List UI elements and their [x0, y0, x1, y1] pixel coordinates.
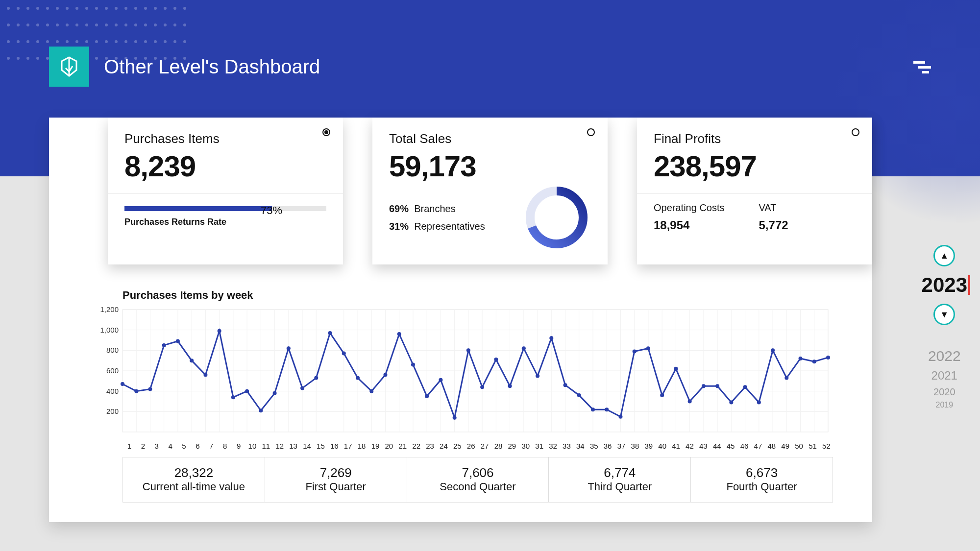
- year-down-button[interactable]: ▼: [933, 304, 955, 325]
- year-up-button[interactable]: ▲: [933, 245, 955, 266]
- x-tick: 1: [122, 442, 136, 450]
- app-logo[interactable]: [49, 47, 89, 87]
- svg-point-118: [784, 376, 788, 380]
- svg-rect-1: [918, 66, 931, 69]
- radio-icon[interactable]: [587, 128, 595, 136]
- x-tick: 40: [656, 442, 669, 450]
- x-axis-labels: 1234567891011121314151617181920212223242…: [122, 442, 833, 450]
- x-tick: 16: [327, 442, 341, 450]
- x-tick: 8: [218, 442, 232, 450]
- x-tick: 19: [368, 442, 382, 450]
- svg-point-87: [356, 376, 360, 380]
- svg-point-106: [618, 415, 622, 419]
- x-tick: 31: [533, 442, 546, 450]
- x-tick: 25: [450, 442, 464, 450]
- svg-point-104: [591, 407, 595, 411]
- svg-point-102: [564, 383, 567, 387]
- svg-point-75: [190, 359, 194, 362]
- x-tick: 6: [191, 442, 204, 450]
- logo-icon: [58, 55, 80, 78]
- radio-selected-icon[interactable]: [322, 128, 330, 136]
- x-tick: 45: [724, 442, 737, 450]
- x-tick: 12: [273, 442, 287, 450]
- svg-point-74: [176, 339, 180, 343]
- svg-point-79: [245, 389, 249, 393]
- svg-point-84: [314, 376, 318, 380]
- x-tick: 15: [314, 442, 327, 450]
- radio-icon[interactable]: [852, 128, 859, 136]
- svg-point-91: [411, 363, 415, 367]
- x-tick: 20: [382, 442, 396, 450]
- x-tick: 37: [614, 442, 628, 450]
- summary-cell: 6,774Third Quarter: [549, 457, 691, 502]
- summary-cell: 7,269First Quarter: [265, 457, 407, 502]
- x-tick: 34: [573, 442, 587, 450]
- x-tick: 44: [710, 442, 724, 450]
- donut-chart: [522, 183, 591, 252]
- caret-up-icon: ▲: [940, 251, 949, 261]
- svg-point-109: [660, 393, 664, 397]
- x-tick: 47: [751, 442, 765, 450]
- svg-text:1,200: 1,200: [100, 305, 119, 313]
- svg-point-85: [328, 331, 332, 335]
- x-tick: 2: [136, 442, 150, 450]
- kpi-label: Final Profits: [654, 131, 856, 146]
- quarter-summary: 28,322Current all-time value7,269First Q…: [122, 457, 833, 503]
- svg-point-115: [743, 385, 747, 389]
- x-tick: 4: [164, 442, 177, 450]
- svg-point-76: [203, 373, 207, 377]
- svg-point-117: [771, 348, 775, 352]
- svg-point-103: [577, 393, 581, 397]
- svg-point-94: [453, 416, 457, 420]
- svg-point-105: [605, 407, 609, 411]
- page-title: Other Level's Dashboard: [104, 56, 320, 78]
- year-option[interactable]: 2022: [922, 345, 967, 367]
- year-option[interactable]: 2019: [922, 399, 967, 411]
- x-tick: 9: [232, 442, 245, 450]
- svg-point-78: [231, 395, 235, 399]
- year-option[interactable]: 2021: [922, 367, 967, 384]
- x-tick: 52: [819, 442, 833, 450]
- x-tick: 22: [410, 442, 423, 450]
- kpi-card-sales[interactable]: Total Sales 59,173 69% Branches 31% Repr…: [372, 118, 608, 264]
- svg-point-81: [273, 391, 277, 395]
- svg-point-73: [162, 343, 166, 347]
- x-tick: 26: [464, 442, 478, 450]
- svg-point-82: [287, 346, 291, 350]
- kpi-card-profits[interactable]: Final Profits 238,597 Operating Costs 18…: [637, 118, 872, 264]
- kpi-card-purchases[interactable]: Purchases Items 8,239 73% Purchases Retu…: [108, 118, 343, 264]
- x-tick: 41: [669, 442, 683, 450]
- svg-point-116: [757, 401, 761, 405]
- svg-point-108: [646, 346, 650, 350]
- x-tick: 49: [779, 442, 792, 450]
- svg-point-96: [480, 385, 484, 389]
- svg-rect-2: [922, 71, 929, 73]
- x-tick: 30: [519, 442, 533, 450]
- x-tick: 17: [341, 442, 355, 450]
- svg-point-83: [300, 386, 304, 390]
- svg-point-86: [342, 352, 346, 356]
- x-tick: 51: [806, 442, 820, 450]
- kpi-row: Purchases Items 8,239 73% Purchases Retu…: [108, 118, 872, 264]
- svg-point-107: [633, 349, 637, 353]
- svg-point-113: [715, 384, 719, 388]
- svg-text:600: 600: [106, 366, 119, 375]
- svg-point-120: [812, 359, 816, 363]
- x-tick: 32: [546, 442, 560, 450]
- menu-icon[interactable]: [913, 59, 931, 74]
- returns-rate: 73% Purchases Returns Rate: [124, 206, 326, 227]
- svg-point-101: [549, 336, 553, 340]
- svg-point-121: [826, 356, 830, 359]
- svg-point-71: [134, 389, 138, 393]
- year-option[interactable]: 2020: [922, 384, 967, 399]
- x-tick: 48: [765, 442, 779, 450]
- svg-point-99: [522, 346, 526, 350]
- x-tick: 24: [437, 442, 450, 450]
- svg-point-111: [688, 400, 692, 404]
- summary-cell: 28,322Current all-time value: [123, 457, 265, 502]
- svg-point-92: [425, 394, 429, 398]
- summary-cell: 6,673Fourth Quarter: [691, 457, 833, 502]
- year-slicer: ▲ 2023 ▼ 2022202120202019: [922, 245, 967, 411]
- summary-cell: 7,606Second Quarter: [407, 457, 549, 502]
- x-tick: 23: [423, 442, 437, 450]
